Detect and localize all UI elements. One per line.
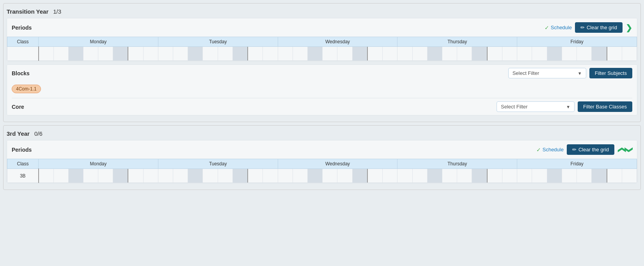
slot-shaded[interactable] bbox=[233, 47, 248, 60]
slot-shaded[interactable] bbox=[428, 47, 442, 60]
thursday-cell[interactable] bbox=[397, 47, 517, 61]
transition-schedule-link[interactable]: ✓ Schedule bbox=[545, 25, 572, 31]
slot[interactable] bbox=[562, 47, 577, 60]
slot-shaded[interactable] bbox=[308, 169, 323, 183]
slot[interactable] bbox=[218, 47, 233, 60]
slot[interactable] bbox=[517, 47, 532, 60]
slot[interactable] bbox=[457, 169, 472, 183]
filter-base-classes-button[interactable]: Filter Base Classes bbox=[578, 101, 632, 112]
slot[interactable] bbox=[293, 47, 308, 60]
slot[interactable] bbox=[577, 169, 592, 183]
slot[interactable] bbox=[173, 169, 188, 183]
slot[interactable] bbox=[218, 169, 233, 183]
slot-shaded[interactable] bbox=[547, 47, 562, 60]
slot[interactable] bbox=[397, 47, 412, 60]
slot[interactable] bbox=[278, 169, 293, 183]
third-thursday-cell[interactable] bbox=[397, 169, 517, 183]
slot-shaded[interactable] bbox=[353, 169, 368, 183]
slot[interactable] bbox=[248, 169, 263, 183]
slot[interactable] bbox=[622, 169, 637, 183]
slot[interactable] bbox=[413, 169, 428, 183]
slot[interactable] bbox=[442, 47, 457, 60]
slot[interactable] bbox=[144, 47, 158, 60]
slot[interactable] bbox=[383, 169, 397, 183]
core-select-filter[interactable]: Select Filter ▼ bbox=[497, 101, 575, 112]
tuesday-cell[interactable] bbox=[158, 47, 278, 61]
slot-shaded[interactable] bbox=[592, 169, 607, 183]
slot[interactable] bbox=[98, 47, 113, 60]
friday-cell[interactable] bbox=[517, 47, 637, 61]
third-schedule-link[interactable]: ✓ Schedule bbox=[536, 147, 564, 153]
slot[interactable] bbox=[39, 47, 54, 60]
slot[interactable] bbox=[278, 47, 293, 60]
slot[interactable] bbox=[203, 47, 218, 60]
slot[interactable] bbox=[607, 47, 622, 60]
slot[interactable] bbox=[532, 47, 547, 60]
slot[interactable] bbox=[263, 169, 277, 183]
transition-clear-grid-button[interactable]: ✏ Clear the grid bbox=[575, 22, 623, 33]
slot[interactable] bbox=[158, 169, 173, 183]
slot[interactable] bbox=[502, 169, 517, 183]
slot-shaded[interactable] bbox=[428, 169, 442, 183]
wednesday-cell[interactable] bbox=[278, 47, 397, 61]
slot-shaded[interactable] bbox=[188, 47, 203, 60]
slot-shaded[interactable] bbox=[188, 169, 203, 183]
third-tuesday-cell[interactable] bbox=[158, 169, 278, 183]
slot[interactable] bbox=[83, 47, 98, 60]
third-clear-grid-button[interactable]: ✏ Clear the grid bbox=[567, 144, 614, 155]
slot-shaded[interactable] bbox=[308, 47, 323, 60]
slot[interactable] bbox=[413, 47, 428, 60]
slot[interactable] bbox=[323, 169, 337, 183]
slot[interactable] bbox=[173, 47, 188, 60]
slot[interactable] bbox=[144, 169, 158, 183]
slot[interactable] bbox=[488, 47, 502, 60]
third-chevron-down-icon[interactable]: ❯ bbox=[624, 146, 634, 153]
slot[interactable] bbox=[98, 169, 113, 183]
slot-shaded[interactable] bbox=[353, 47, 368, 60]
slot[interactable] bbox=[532, 169, 547, 183]
slot[interactable] bbox=[158, 47, 173, 60]
slot[interactable] bbox=[577, 47, 592, 60]
slot-shaded[interactable] bbox=[233, 169, 248, 183]
slot[interactable] bbox=[54, 169, 69, 183]
third-monday-cell[interactable] bbox=[39, 169, 158, 183]
third-wednesday-cell[interactable] bbox=[278, 169, 397, 183]
slot[interactable] bbox=[622, 47, 637, 60]
slot[interactable] bbox=[368, 169, 383, 183]
slot-shaded[interactable] bbox=[472, 47, 487, 60]
slot[interactable] bbox=[383, 47, 397, 60]
slot[interactable] bbox=[83, 169, 98, 183]
slot[interactable] bbox=[203, 169, 218, 183]
blocks-select-filter[interactable]: Select Filter ▼ bbox=[508, 68, 586, 78]
slot-shaded[interactable] bbox=[592, 47, 607, 60]
slot[interactable] bbox=[368, 47, 383, 60]
slot[interactable] bbox=[562, 169, 577, 183]
slot[interactable] bbox=[263, 47, 277, 60]
slot[interactable] bbox=[293, 169, 308, 183]
third-friday-cell[interactable] bbox=[517, 169, 637, 183]
slot-shaded[interactable] bbox=[113, 47, 128, 60]
slot[interactable] bbox=[502, 47, 517, 60]
slot[interactable] bbox=[39, 169, 54, 183]
slot[interactable] bbox=[128, 169, 143, 183]
transition-chevron-down-icon[interactable]: ❯ bbox=[626, 23, 632, 32]
slot[interactable] bbox=[337, 169, 352, 183]
slot[interactable] bbox=[517, 169, 532, 183]
slot-shaded[interactable] bbox=[547, 169, 562, 183]
slot[interactable] bbox=[442, 169, 457, 183]
block-tag-4com[interactable]: 4Com-1.1 bbox=[12, 85, 41, 93]
slot[interactable] bbox=[397, 169, 412, 183]
slot-shaded[interactable] bbox=[69, 47, 83, 60]
slot[interactable] bbox=[488, 169, 502, 183]
filter-subjects-button[interactable]: Filter Subjects bbox=[589, 68, 632, 78]
slot[interactable] bbox=[248, 47, 263, 60]
slot[interactable] bbox=[607, 169, 622, 183]
slot[interactable] bbox=[128, 47, 143, 60]
slot[interactable] bbox=[54, 47, 69, 60]
slot-shaded[interactable] bbox=[472, 169, 487, 183]
slot-shaded[interactable] bbox=[69, 169, 83, 183]
monday-cell[interactable] bbox=[39, 47, 158, 61]
slot-shaded[interactable] bbox=[113, 169, 128, 183]
slot[interactable] bbox=[457, 47, 472, 60]
slot[interactable] bbox=[323, 47, 337, 60]
